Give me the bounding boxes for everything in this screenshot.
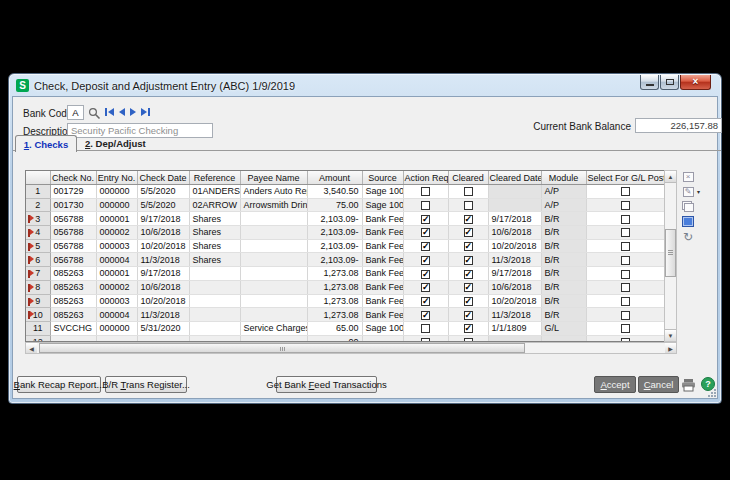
next-record-icon[interactable]: [130, 107, 136, 117]
cell-source[interactable]: Sage 100: [362, 321, 403, 335]
cleared-checkbox[interactable]: ✓: [464, 311, 473, 320]
cell-source[interactable]: Bank Feed: [362, 308, 403, 322]
select-gl-posting-checkbox[interactable]: [621, 256, 630, 265]
cleared-checkbox[interactable]: ✓: [464, 297, 473, 306]
action-req-checkbox[interactable]: [421, 201, 430, 210]
row-number[interactable]: 9: [26, 294, 50, 308]
cell-amount[interactable]: 00: [307, 335, 362, 342]
cell-amount[interactable]: 2,103.09-: [307, 226, 362, 240]
cell-payee-name[interactable]: [240, 267, 307, 281]
print-icon[interactable]: [681, 378, 696, 396]
action-req-checkbox[interactable]: [421, 324, 430, 333]
cell-cleared-date[interactable]: 1/1/1809: [488, 321, 541, 335]
cell-payee-name[interactable]: Service Charges: [240, 321, 307, 335]
cell-module[interactable]: G/L: [541, 321, 586, 335]
cell-entry-no[interactable]: 000000: [96, 321, 137, 335]
cell-amount[interactable]: 3,540.50: [307, 185, 362, 199]
cell-entry-no[interactable]: 000003: [96, 294, 137, 308]
row-number[interactable]: 8: [26, 280, 50, 294]
cell-reference[interactable]: [189, 280, 240, 294]
cell-module[interactable]: A/P: [541, 198, 586, 212]
cell-reference[interactable]: Shares: [189, 253, 240, 267]
cleared-checkbox[interactable]: ✓: [464, 256, 473, 265]
cell-source[interactable]: Bank Feed: [362, 212, 403, 226]
copy-row-icon[interactable]: [681, 200, 695, 213]
cell-source[interactable]: Sage 100: [362, 185, 403, 199]
scroll-left-icon[interactable]: ◀: [26, 343, 37, 353]
bank-code-input[interactable]: A: [67, 105, 84, 120]
cell-cleared-date[interactable]: [488, 185, 541, 199]
cell-cleared-date[interactable]: [488, 198, 541, 212]
maximize-button[interactable]: [660, 75, 679, 90]
cell-module[interactable]: B/R: [541, 267, 586, 281]
cell-check-date[interactable]: 10/20/2018: [137, 239, 189, 253]
select-gl-posting-checkbox[interactable]: [621, 215, 630, 224]
action-req-checkbox[interactable]: ✓: [421, 297, 430, 306]
cell-reference[interactable]: [189, 267, 240, 281]
select-gl-posting-checkbox[interactable]: [621, 311, 630, 320]
cell-cleared-date[interactable]: 11/3/2018: [488, 253, 541, 267]
cell-check-no[interactable]: 085263: [50, 267, 96, 281]
cell-check-date[interactable]: [137, 335, 189, 342]
cell-module[interactable]: B/R: [541, 253, 586, 267]
lookup-icon[interactable]: [88, 106, 101, 119]
cell-check-no[interactable]: 085263: [50, 280, 96, 294]
cell-payee-name[interactable]: [240, 335, 307, 342]
cell-entry-no[interactable]: 000000: [96, 185, 137, 199]
cell-cleared-date[interactable]: 10/20/2018: [488, 239, 541, 253]
cell-check-date[interactable]: 5/5/2020: [137, 185, 189, 199]
cleared-checkbox[interactable]: ✓: [464, 324, 473, 333]
dropdown-arrow-icon[interactable]: ▾: [697, 188, 700, 195]
action-req-checkbox[interactable]: ✓: [421, 256, 430, 265]
cancel-button[interactable]: Cancel: [638, 376, 679, 393]
cell-amount[interactable]: 1,273.08: [307, 267, 362, 281]
cell-entry-no[interactable]: 000002: [96, 226, 137, 240]
cell-check-no[interactable]: 056788: [50, 226, 96, 240]
delete-row-icon[interactable]: ×: [681, 170, 695, 183]
cell-check-no[interactable]: 001730: [50, 198, 96, 212]
cell-source[interactable]: Bank Feed: [362, 280, 403, 294]
cell-check-date[interactable]: 9/17/2018: [137, 267, 189, 281]
cell-reference[interactable]: [189, 321, 240, 335]
select-gl-posting-checkbox[interactable]: [621, 283, 630, 292]
cleared-checkbox[interactable]: ✓: [464, 283, 473, 292]
action-req-checkbox[interactable]: ✓: [421, 311, 430, 320]
cell-reference[interactable]: Shares: [189, 239, 240, 253]
resize-grip[interactable]: [706, 387, 716, 397]
edit-row-icon[interactable]: ✎: [681, 185, 695, 198]
cell-reference[interactable]: [189, 294, 240, 308]
bank-recap-report-button[interactable]: Bank Recap Report...: [17, 376, 101, 393]
cell-cleared-date[interactable]: 9/17/2018: [488, 267, 541, 281]
select-gl-posting-checkbox[interactable]: [621, 297, 630, 306]
cell-amount[interactable]: 2,103.09-: [307, 253, 362, 267]
cell-payee-name[interactable]: Anders Auto Repair: [240, 185, 307, 199]
grid-customize-icon[interactable]: [681, 215, 695, 228]
action-req-checkbox[interactable]: ✓: [421, 228, 430, 237]
cell-module[interactable]: B/R: [541, 212, 586, 226]
grid-vertical-scrollbar[interactable]: ▲ ▼: [664, 170, 677, 342]
cell-amount[interactable]: 1,273.08: [307, 294, 362, 308]
cell-check-date[interactable]: 11/3/2018: [137, 308, 189, 322]
cell-module[interactable]: [541, 335, 586, 342]
cell-module[interactable]: B/R: [541, 226, 586, 240]
cell-cleared-date[interactable]: 10/20/2018: [488, 294, 541, 308]
cell-check-date[interactable]: 10/6/2018: [137, 226, 189, 240]
cell-check-no[interactable]: 085263: [50, 308, 96, 322]
cell-check-no[interactable]: 001729: [50, 185, 96, 199]
cell-amount[interactable]: 2,103.09-: [307, 239, 362, 253]
description-input[interactable]: Security Pacific Checking: [67, 123, 213, 138]
row-number[interactable]: 2: [26, 198, 50, 212]
cell-payee-name[interactable]: [240, 294, 307, 308]
select-gl-posting-checkbox[interactable]: [621, 324, 630, 333]
cell-check-no[interactable]: SVCCHG: [50, 321, 96, 335]
row-number[interactable]: 3: [26, 212, 50, 226]
row-number[interactable]: 10: [26, 308, 50, 322]
cell-source[interactable]: Bank Feed: [362, 239, 403, 253]
cell-payee-name[interactable]: [240, 239, 307, 253]
cell-payee-name[interactable]: [240, 253, 307, 267]
cell-check-date[interactable]: 5/31/2020: [137, 321, 189, 335]
cell-reference[interactable]: Shares: [189, 212, 240, 226]
cleared-checkbox[interactable]: ✓: [464, 242, 473, 251]
row-number[interactable]: 11: [26, 321, 50, 335]
vertical-scroll-thumb[interactable]: [665, 229, 676, 277]
